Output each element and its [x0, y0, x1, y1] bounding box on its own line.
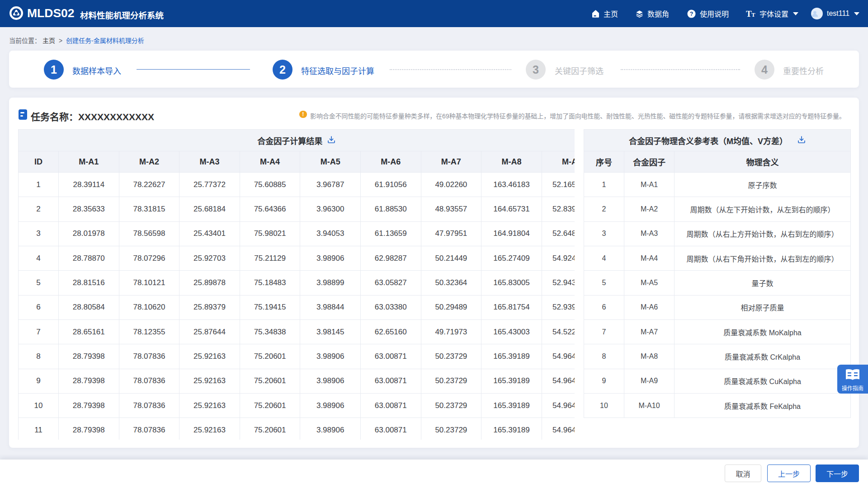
svg-text:?: ? [690, 10, 693, 17]
svg-text:T: T [751, 11, 755, 18]
